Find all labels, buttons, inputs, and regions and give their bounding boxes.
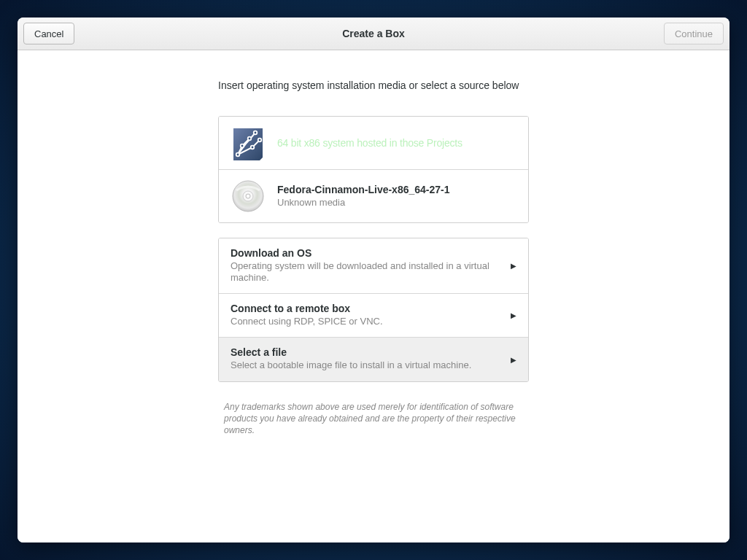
disc-icon	[231, 179, 266, 214]
header-bar: Cancel Create a Box Continue	[18, 18, 729, 50]
option-file-text: Select a file Select a bootable image fi…	[231, 346, 505, 371]
source-options-group: Download an OS Operating system will be …	[218, 238, 529, 382]
svg-point-10	[252, 147, 254, 149]
detected-iso-text: Fedora-Cinnamon-Live-x86_64-27-1 Unknown…	[277, 184, 516, 209]
chevron-right-icon	[505, 310, 516, 320]
cancel-button[interactable]: Cancel	[23, 23, 74, 44]
option-remote[interactable]: Connect to a remote box Connect using RD…	[219, 294, 528, 338]
circuit-icon	[231, 125, 266, 160]
option-file-title: Select a file	[231, 346, 505, 358]
svg-point-7	[249, 138, 251, 140]
option-file-subtitle: Select a bootable image file to install …	[231, 359, 505, 371]
iso-subtitle: Unknown media	[277, 197, 516, 209]
svg-point-9	[241, 145, 244, 147]
option-download[interactable]: Download an OS Operating system will be …	[219, 238, 528, 294]
detected-os-row[interactable]: 64 bit x86 system hosted in those Projec…	[219, 117, 528, 170]
detected-os-label: 64 bit x86 system hosted in those Projec…	[277, 137, 516, 149]
svg-point-11	[237, 154, 239, 156]
trademark-disclaimer: Any trademarks shown above are used mere…	[224, 401, 523, 437]
detected-os-text: 64 bit x86 system hosted in those Projec…	[277, 137, 516, 149]
content-area: Insert operating system installation med…	[18, 50, 729, 542]
svg-point-14	[246, 194, 250, 198]
continue-button[interactable]: Continue	[664, 23, 724, 44]
dialog-window: Cancel Create a Box Continue Insert oper…	[18, 18, 729, 542]
option-download-text: Download an OS Operating system will be …	[231, 247, 505, 284]
option-remote-subtitle: Connect using RDP, SPICE or VNC.	[231, 316, 505, 327]
chevron-right-icon	[505, 260, 516, 271]
option-remote-text: Connect to a remote box Connect using RD…	[231, 303, 505, 327]
intro-text: Insert operating system installation med…	[218, 79, 529, 91]
svg-point-8	[259, 139, 261, 141]
iso-title: Fedora-Cinnamon-Live-x86_64-27-1	[277, 184, 516, 195]
option-select-file[interactable]: Select a file Select a bootable image fi…	[219, 338, 528, 381]
option-remote-title: Connect to a remote box	[231, 303, 505, 314]
detected-iso-row[interactable]: Fedora-Cinnamon-Live-x86_64-27-1 Unknown…	[219, 170, 528, 222]
dialog-title: Create a Box	[18, 28, 729, 39]
chevron-right-icon	[505, 354, 516, 365]
option-download-subtitle: Operating system will be downloaded and …	[231, 260, 505, 284]
option-download-title: Download an OS	[231, 247, 505, 259]
svg-point-6	[255, 132, 257, 134]
detected-media-group: 64 bit x86 system hosted in those Projec…	[218, 116, 529, 223]
